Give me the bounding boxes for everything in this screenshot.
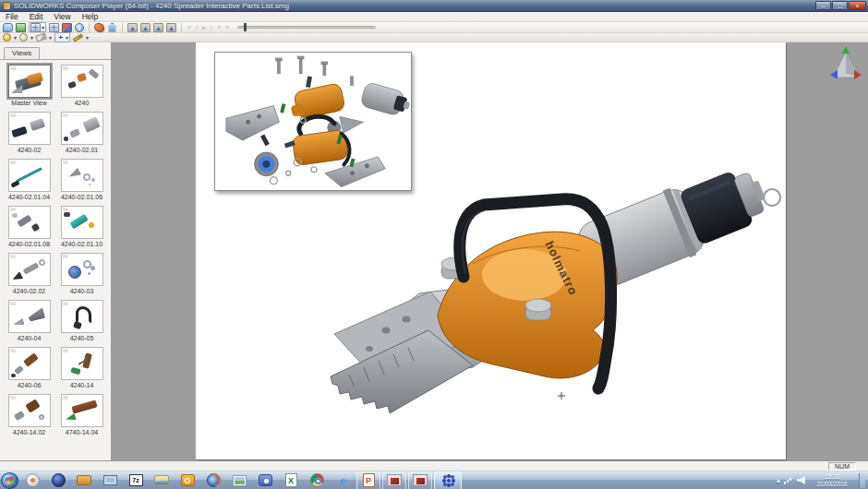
hidden-icons-chevron[interactable]: ▴ [777,476,780,485]
view-thumb-4240-02-01-08[interactable]: 4240-02.01.08 [3,206,55,247]
main-3d-canvas[interactable]: holmatro [196,42,786,459]
start-button[interactable] [1,472,18,489]
pan-move-dropdown[interactable]: + ▾ [54,32,70,42]
taskbar-firefox[interactable] [201,471,225,489]
taskbar-composer-document-1[interactable] [382,471,406,489]
view-thumb-4240-04[interactable]: 4240-04 [3,300,55,341]
taskbar-seven-zip[interactable]: 7z [124,471,148,489]
wand-icon[interactable] [73,33,83,42]
view-thumb-4240-03[interactable]: 4240-03 [55,253,108,294]
step-last-icon[interactable]: » [216,23,222,32]
view-thumb-4240-14-02[interactable]: 4240-14.02 [3,394,55,435]
tab-views[interactable]: Views [4,47,40,59]
taskbar-file-explorer[interactable] [150,471,174,489]
chrome-icon [310,473,324,487]
camera-views-dropdown[interactable]: ▾ [29,22,46,32]
thumb-part [69,128,80,137]
taskbar-composer-player[interactable] [434,471,462,489]
taskbar-folder[interactable] [72,471,96,489]
taskbar-media-player[interactable] [20,471,44,489]
menu-help[interactable]: Help [77,12,103,21]
view-thumb-4240-05[interactable]: 4240-05 [55,300,108,341]
timeline-slider[interactable] [237,23,376,31]
thumbnail-image [61,159,103,192]
menu-file[interactable]: File [0,12,24,21]
paste-view-icon[interactable] [16,23,26,32]
messenger-icon [259,474,272,486]
chevron-down-icon[interactable]: ▾ [49,33,52,42]
menu-edit[interactable]: Edit [24,12,49,21]
render-sphere-icon[interactable] [19,33,28,42]
taskbar-remote-viewer[interactable] [98,471,122,489]
close-button[interactable]: × [849,1,866,10]
step-first-icon[interactable]: « [187,23,192,32]
taskbar-chrome[interactable] [305,471,329,489]
export-image-4-icon[interactable]: ▲ [166,23,176,32]
pan-move-icon: + [56,33,65,42]
thumb-part [30,223,40,233]
play-icon[interactable]: ▸ [201,23,207,32]
view-thumb-4240[interactable]: 4240 [55,65,108,106]
taskbar: 7z O X e P ▴ 15:33 21/03/2016 [0,471,868,489]
thumb-part [16,167,42,183]
chevron-down-icon[interactable]: ▾ [30,33,33,42]
info-icon[interactable]: i [75,23,84,32]
show-desktop-button[interactable] [859,473,865,488]
taskbar-messenger[interactable] [253,471,277,489]
thumbnail-image [8,300,51,333]
clock-date: 21/03/2016 [809,481,855,488]
taskbar-outlook[interactable]: O [175,471,199,489]
link-icon[interactable] [62,23,72,32]
home-view-icon[interactable] [107,23,117,32]
minimize-button[interactable]: – [815,1,831,10]
maximize-button[interactable]: □ [832,1,848,10]
taskbar-web-browser[interactable] [46,471,70,489]
view-thumb-4240-02[interactable]: 4240-02 [3,112,55,153]
view-thumb-4240-02-01-04[interactable]: 4240-02.01.04 [3,159,55,200]
menu-view[interactable]: View [48,12,76,21]
thumbnail-image [61,65,103,98]
view-thumb-4240-02-01-06[interactable]: 4240-02.01.06 [55,159,108,200]
taskbar-internet-explorer[interactable]: e [331,471,355,489]
exploded-view-inset[interactable] [214,52,412,191]
crosshair-cursor [558,392,565,400]
step-back-icon[interactable]: ‹ [195,23,199,32]
orientation-gizmo[interactable] [829,45,862,84]
export-image-3-icon[interactable]: ▲ [153,23,163,32]
taskbar-excel[interactable]: X [279,471,303,489]
timeline-handle[interactable] [244,23,247,31]
num-lock-indicator: NUM [828,462,856,471]
pivot-pin-rear[interactable] [525,299,551,320]
arm-wedge-left [226,105,279,140]
thumb-part [10,180,19,188]
multi-pane-icon[interactable] [49,23,59,32]
taskbar-powerpoint[interactable]: P [356,471,380,489]
export-image-icon[interactable]: ▲ [127,23,138,32]
publish-icon[interactable] [94,23,104,32]
export-image-2-icon[interactable]: ▲ [140,23,151,32]
view-thumb-4240-02-01-10[interactable]: 4240-02.01.10 [55,206,108,247]
thumbnail-label: 4240-02.01.04 [8,194,50,200]
orbit-sphere-icon[interactable] [3,33,11,42]
view-thumb-master-view[interactable]: Master View [3,65,55,106]
view-thumb-4240-02-02[interactable]: 4240-02.02 [3,253,55,294]
thumb-part [39,414,44,420]
chevron-down-icon[interactable]: ▾ [86,33,89,42]
view-thumb-4240-02-01[interactable]: 4240-02.01 [55,112,108,153]
loop-icon[interactable]: ≡ [224,23,230,32]
eraser-icon[interactable] [35,32,47,42]
volume-icon[interactable] [797,476,805,484]
view-thumb-4240-14[interactable]: 4240-14 [55,347,108,388]
taskbar-photo-viewer[interactable] [227,471,251,489]
axis-z-cone [854,70,862,79]
cone-part [340,116,364,133]
chevron-down-icon[interactable]: ▾ [14,33,17,42]
firefox-icon [207,473,221,487]
taskbar-clock[interactable]: 15:33 21/03/2016 [809,473,855,488]
view-thumb-4240-06[interactable]: 4240-06 [3,347,55,388]
taskbar-composer-document-2[interactable] [408,471,432,489]
view-thumb-4740-14-04[interactable]: 4740-14.04 [55,394,108,435]
network-icon[interactable] [784,476,793,484]
step-forward-icon[interactable]: › [210,23,213,32]
comment-icon[interactable] [3,23,13,32]
